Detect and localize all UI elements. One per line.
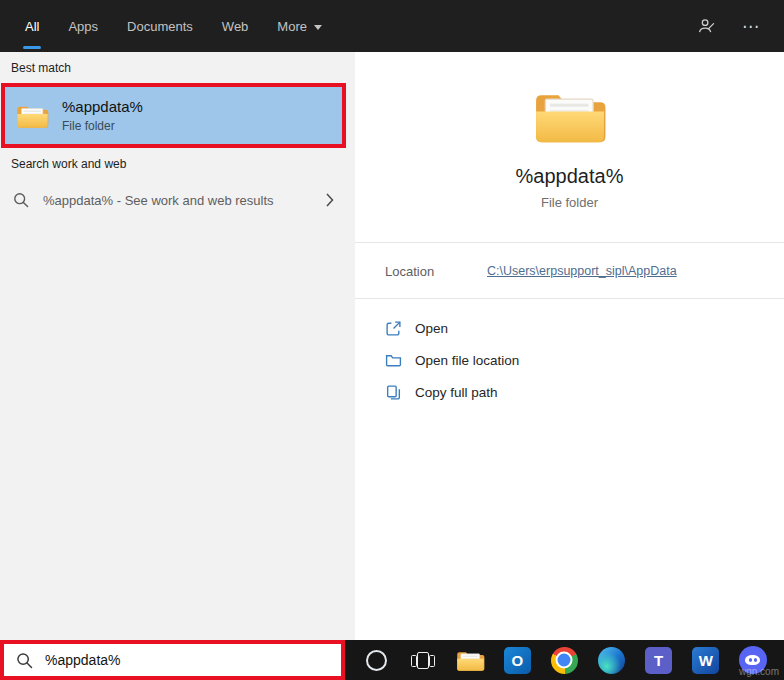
- outlook-icon: O: [504, 647, 531, 674]
- account-icon[interactable]: [697, 17, 715, 35]
- edge-icon: [598, 647, 625, 674]
- result-title: %appdata%: [62, 98, 143, 115]
- folder-icon: [456, 648, 485, 673]
- task-view-icon: [411, 652, 435, 669]
- folder-icon: [533, 85, 607, 147]
- taskbar-outlook-icon[interactable]: O: [501, 644, 533, 676]
- discord-icon: [739, 646, 767, 674]
- tab-all-label: All: [25, 19, 39, 34]
- open-file-location-action[interactable]: Open file location: [385, 344, 764, 376]
- search-filter-bar: All Apps Documents Web More: [0, 0, 784, 52]
- tab-web[interactable]: Web: [222, 0, 249, 52]
- taskbar-teams-icon[interactable]: T: [643, 644, 675, 676]
- tab-web-label: Web: [222, 19, 249, 34]
- open-icon: [385, 320, 402, 337]
- windows-search-flyout: All Apps Documents Web More: [0, 0, 784, 680]
- search-icon: [13, 192, 29, 208]
- taskbar-search-box[interactable]: [0, 640, 345, 680]
- search-web-header: Search work and web: [11, 157, 126, 171]
- preview-panel: %appdata% File folder Location C:\Users\…: [355, 52, 784, 640]
- taskbar-chrome-icon[interactable]: [548, 644, 580, 676]
- context-actions: Open Open file location Copy full path: [385, 312, 764, 408]
- chevron-right-icon: [326, 193, 334, 207]
- search-input[interactable]: [45, 652, 341, 668]
- copy-icon: [385, 384, 402, 401]
- cortana-ring-icon: [366, 650, 387, 671]
- tab-apps-label: Apps: [68, 19, 98, 34]
- filter-tabs: All Apps Documents Web More: [0, 0, 322, 52]
- topbar-right-controls: ⋯: [697, 17, 784, 35]
- open-file-location-label: Open file location: [415, 353, 519, 368]
- web-suggestion-row[interactable]: %appdata% - See work and web results: [0, 183, 347, 217]
- chevron-down-icon: [314, 25, 322, 30]
- best-match-text: %appdata% File folder: [62, 98, 143, 133]
- location-label: Location: [385, 264, 487, 279]
- divider: [355, 242, 784, 243]
- taskbar-file-explorer-icon[interactable]: [454, 644, 486, 676]
- word-icon: W: [692, 647, 719, 674]
- teams-icon: T: [645, 647, 672, 674]
- tab-all[interactable]: All: [25, 0, 39, 52]
- open-action-label: Open: [415, 321, 448, 336]
- divider: [355, 298, 784, 299]
- tab-apps[interactable]: Apps: [68, 0, 98, 52]
- results-panel: Best match %appdata% File folder Search …: [0, 52, 347, 640]
- open-file-location-icon: [385, 352, 402, 369]
- taskbar: O T W: [345, 640, 784, 680]
- tab-more[interactable]: More: [277, 0, 322, 52]
- preview-subtitle: File folder: [355, 195, 784, 210]
- taskbar-word-icon[interactable]: W: [690, 644, 722, 676]
- location-link[interactable]: C:\Users\erpsupport_sipl\AppData: [487, 264, 677, 278]
- tab-documents-label: Documents: [127, 19, 193, 34]
- search-icon: [16, 652, 33, 669]
- result-subtitle: File folder: [62, 119, 143, 133]
- best-match-header: Best match: [11, 61, 71, 75]
- copy-full-path-label: Copy full path: [415, 385, 498, 400]
- tab-documents[interactable]: Documents: [127, 0, 193, 52]
- suggestion-text: %appdata% - See work and web results: [43, 193, 312, 208]
- taskbar-discord-icon[interactable]: [737, 644, 769, 676]
- chrome-icon: [551, 647, 578, 674]
- folder-icon: [16, 102, 49, 130]
- open-action[interactable]: Open: [385, 312, 764, 344]
- taskbar-task-view-icon[interactable]: [407, 644, 439, 676]
- taskbar-cortana-icon[interactable]: [360, 644, 392, 676]
- tab-more-label: More: [277, 19, 307, 34]
- best-match-result[interactable]: %appdata% File folder: [1, 83, 346, 148]
- location-row: Location C:\Users\erpsupport_sipl\AppDat…: [385, 258, 764, 284]
- more-options-icon[interactable]: ⋯: [742, 18, 760, 35]
- preview-title: %appdata%: [355, 165, 784, 188]
- copy-full-path-action[interactable]: Copy full path: [385, 376, 764, 408]
- taskbar-edge-icon[interactable]: [596, 644, 628, 676]
